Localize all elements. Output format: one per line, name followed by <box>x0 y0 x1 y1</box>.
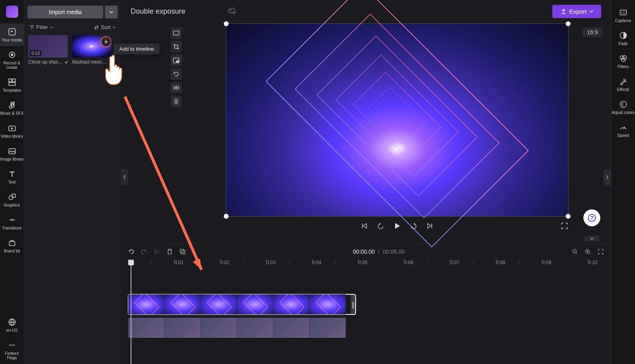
media-thumb-clip1[interactable]: 0:22 Close up shot… <box>28 35 68 65</box>
preview-canvas[interactable] <box>226 23 568 217</box>
pip-icon <box>173 57 180 64</box>
sidebar-item-your-media[interactable]: Your media <box>0 23 24 46</box>
speed-icon <box>619 123 628 132</box>
sidebar-item-lang[interactable]: en-US <box>0 314 24 337</box>
fit-button[interactable] <box>171 27 182 39</box>
zoom-in-button[interactable] <box>584 248 591 255</box>
timeline-clip-closeup[interactable] <box>128 318 356 338</box>
sidebar-item-graphics[interactable]: Graphics <box>0 188 24 211</box>
duplicate-icon <box>179 248 186 255</box>
sidebar-item-video-library[interactable]: Video library <box>0 120 24 143</box>
app-logo[interactable] <box>6 6 18 18</box>
zoom-fit-icon <box>597 248 604 255</box>
rightbar-item-label: Fade <box>618 41 628 46</box>
rightbar-item-captions[interactable]: CC Captions <box>611 4 635 27</box>
ruler-tick: 0:06 <box>404 260 413 265</box>
resize-handle-tl[interactable] <box>224 21 229 26</box>
clip-trim-right[interactable]: ‖ <box>351 294 356 314</box>
ruler-minor-tick <box>473 261 473 264</box>
svg-point-17 <box>11 345 12 346</box>
rightbar-item-adjust-colors[interactable]: Adjust colors <box>611 96 635 119</box>
help-button[interactable]: ? <box>583 209 600 226</box>
collapse-right-panel[interactable] <box>604 169 611 185</box>
duplicate-button[interactable] <box>179 248 186 255</box>
undo-button[interactable] <box>127 248 135 255</box>
sidebar-item-image-library[interactable]: Image library <box>0 143 24 165</box>
split-button[interactable] <box>153 248 160 255</box>
collapse-media-panel[interactable] <box>121 169 128 185</box>
rightbar-item-speed[interactable]: Speed <box>611 119 635 142</box>
sidebar-item-templates[interactable]: Templates <box>0 74 24 97</box>
skip-start-button[interactable] <box>360 222 369 230</box>
sidebar-item-text[interactable]: Text <box>0 165 24 188</box>
sort-button[interactable]: Sort <box>94 24 116 30</box>
sidebar-item-label: Templates <box>3 88 21 93</box>
svg-point-33 <box>154 252 156 254</box>
sidebar-item-music-sfx[interactable]: Music & SFX <box>0 97 24 120</box>
skip-end-button[interactable] <box>426 222 434 230</box>
add-to-timeline-button[interactable] <box>102 37 110 46</box>
flip-h-icon <box>173 84 180 91</box>
sidebar-item-label: Feature Flags <box>0 351 24 360</box>
zoom-out-button[interactable] <box>571 248 579 255</box>
filter-button[interactable]: Filter <box>29 24 54 30</box>
sidebar-item-transitions[interactable]: Transitions <box>0 211 24 234</box>
rightbar-item-fade[interactable]: Fade <box>611 27 635 50</box>
sidebar-item-feature-flags[interactable]: Feature Flags <box>0 337 24 364</box>
crop-button[interactable] <box>171 41 182 52</box>
svg-point-3 <box>11 54 13 56</box>
templates-icon <box>8 78 17 87</box>
rightbar-item-label: Adjust colors <box>612 110 635 115</box>
flip-h-button[interactable] <box>171 82 182 93</box>
import-media-dropdown[interactable] <box>105 6 118 19</box>
timeline-playhead[interactable] <box>128 260 134 265</box>
ruler-tick: 0:09 <box>542 260 551 265</box>
cloud-sync-icon[interactable] <box>227 7 236 16</box>
flip-v-button[interactable] <box>171 96 182 107</box>
ruler-minor-tick <box>519 261 519 264</box>
project-title-input[interactable] <box>131 7 219 16</box>
fit-icon <box>173 29 180 37</box>
ruler-minor-tick <box>243 261 244 264</box>
skip-fwd-button[interactable] <box>410 222 418 230</box>
ruler-minor-tick <box>289 261 289 264</box>
svg-line-38 <box>576 253 578 254</box>
svg-rect-12 <box>9 242 15 246</box>
svg-point-16 <box>9 345 10 346</box>
transitions-icon <box>8 215 17 224</box>
timeline-expand-toggle[interactable] <box>584 236 600 241</box>
svg-marker-25 <box>379 223 381 225</box>
delete-button[interactable] <box>166 248 173 255</box>
aspect-ratio-button[interactable]: 16:9 <box>582 27 603 37</box>
chevron-down-icon <box>109 10 114 14</box>
sidebar-item-brand-kit[interactable]: Brand kit <box>0 234 24 257</box>
redo-button[interactable] <box>140 248 148 255</box>
music-icon <box>8 101 17 110</box>
svg-text:CC: CC <box>621 11 626 14</box>
sidebar-item-label: Transitions <box>2 226 22 230</box>
rotate-button[interactable] <box>171 68 182 80</box>
play-button[interactable] <box>393 221 402 230</box>
timeline-clip-neon[interactable]: ‖ ‖ <box>128 294 356 314</box>
media-thumb-clip2[interactable]: Abstract neon… <box>72 35 111 65</box>
fullscreen-button[interactable] <box>560 222 568 230</box>
svg-text:?: ? <box>590 215 594 221</box>
sidebar-item-record-create[interactable]: Record & create <box>0 46 24 74</box>
pip-button[interactable] <box>171 55 182 66</box>
export-button[interactable]: Export <box>552 5 601 18</box>
tooltip-add-to-timeline: Add to timeline <box>114 43 160 54</box>
ruler-tick: 0:07 <box>450 260 459 265</box>
import-media-button[interactable]: Import media <box>27 6 103 19</box>
image-library-icon <box>8 147 17 155</box>
svg-marker-27 <box>414 223 415 225</box>
timeline-ruler[interactable]: 00:010:020:030:040:050:060:070:080:090:1… <box>128 260 611 270</box>
rightbar-item-effects[interactable]: Effects <box>611 73 635 96</box>
chevron-down-icon <box>589 236 595 240</box>
skip-back-button[interactable] <box>377 222 385 230</box>
sort-label: Sort <box>101 24 110 30</box>
resize-handle-tr[interactable] <box>566 21 570 26</box>
graphics-icon <box>8 192 17 201</box>
zoom-fit-button[interactable] <box>597 248 604 255</box>
skip-start-icon <box>360 222 369 230</box>
rightbar-item-filters[interactable]: Filters <box>611 50 635 73</box>
